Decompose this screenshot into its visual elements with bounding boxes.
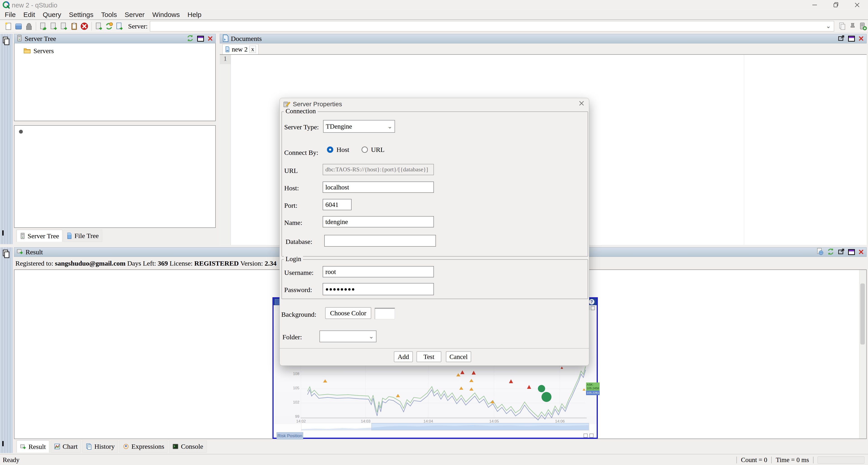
navigator-selection[interactable] — [371, 423, 589, 430]
buy-marker — [469, 388, 473, 391]
new-document-icon[interactable] — [3, 21, 13, 31]
menu-settings[interactable]: Settings — [65, 11, 97, 19]
menu-file[interactable]: File — [1, 11, 20, 19]
server-type-value: TDengine — [326, 123, 352, 130]
maximize-panel-icon[interactable] — [848, 249, 855, 255]
panel-title: Documents — [231, 35, 262, 42]
tab-history[interactable]: History — [82, 440, 118, 453]
tab-chart[interactable]: Chart — [51, 440, 81, 453]
popout-icon[interactable] — [838, 248, 845, 256]
pin-icon-disabled[interactable] — [848, 21, 858, 31]
scrollbar-thumb[interactable] — [860, 283, 865, 344]
close-panel-icon[interactable]: ✕ — [858, 35, 864, 42]
refresh-icon[interactable] — [827, 248, 835, 256]
close-panel-icon[interactable]: ✕ — [858, 248, 864, 256]
tab-server-tree[interactable]: Server Tree — [17, 230, 62, 242]
help-icon[interactable]: ? — [589, 299, 594, 305]
menu-server[interactable]: Server — [121, 11, 148, 19]
dialog-close-icon[interactable] — [578, 100, 585, 107]
sell-marker — [509, 379, 513, 383]
test-button[interactable]: Test — [416, 351, 441, 362]
close-panel-icon[interactable]: ✕ — [207, 35, 213, 42]
sell-marker — [460, 370, 464, 374]
server-selector[interactable]: ⌄ — [150, 21, 834, 31]
server-properties-dialog: Server Properties Connection Server Type… — [279, 98, 589, 366]
server-edit-icon — [283, 101, 290, 108]
cancel-button[interactable]: Cancel — [446, 351, 471, 362]
dock-pages-icon[interactable] — [2, 36, 11, 48]
maximize-panel-icon[interactable] — [848, 36, 855, 41]
add-button[interactable]: Add — [394, 351, 413, 362]
stop-query-icon[interactable] — [80, 21, 89, 31]
host-field[interactable] — [323, 182, 434, 193]
name-field[interactable] — [323, 216, 434, 227]
run-query-icon[interactable] — [38, 21, 48, 31]
risk-position-tab[interactable]: Risk Position — [277, 432, 303, 439]
connect-by-label: Connect By: — [284, 149, 318, 156]
run-line-icon[interactable] — [49, 21, 59, 31]
tab-file-tree[interactable]: File Tree — [63, 230, 102, 242]
copy-results-icon[interactable] — [837, 21, 847, 31]
dock-window-icon-2[interactable] — [2, 441, 4, 446]
server-type-select[interactable]: TDengine ⌄ — [323, 120, 395, 133]
run-selection-icon[interactable] — [59, 21, 69, 31]
editor-gutter: 1 — [220, 55, 231, 245]
refresh-icon[interactable] — [186, 34, 194, 43]
choose-color-button[interactable]: Choose Color — [325, 307, 371, 319]
open-file-icon[interactable] — [13, 21, 24, 31]
save-icon-disabled[interactable] — [24, 21, 34, 31]
background-label: Background: — [281, 311, 316, 318]
application-window: new 2 - qStudio File Edit Query Settings… — [0, 0, 868, 465]
username-field[interactable] — [323, 266, 434, 277]
buy-marker — [456, 373, 460, 376]
status-time: Time = 0 ms — [776, 456, 809, 464]
buy-marker — [490, 400, 494, 403]
tree-item-servers[interactable]: Servers — [14, 43, 215, 55]
menu-tools[interactable]: Tools — [97, 11, 121, 19]
open-in-editor-icon[interactable] — [115, 21, 124, 31]
menu-edit[interactable]: Edit — [20, 11, 39, 19]
bgwin-window-icon-2[interactable] — [589, 434, 593, 438]
add-server-icon[interactable] — [858, 21, 868, 31]
export-icon[interactable] — [816, 248, 824, 256]
tab-expressions[interactable]: Expressions — [119, 440, 167, 453]
tab-console[interactable]: Console — [169, 440, 207, 453]
bullet-dot — [19, 130, 23, 133]
chart-navigator[interactable] — [301, 423, 589, 431]
popout-icon[interactable] — [838, 35, 845, 43]
buy-marker — [583, 389, 586, 391]
status-bar: Ready Count = 0 Time = 0 ms — [0, 454, 868, 465]
tab-result[interactable]: Result — [17, 440, 49, 453]
clipboard-icon[interactable] — [69, 21, 79, 31]
dock-window-icon[interactable] — [2, 230, 4, 236]
bgwin-window-icon[interactable] — [591, 306, 595, 310]
document-tab-new2[interactable]: new 2 x — [222, 44, 258, 54]
maximize-panel-icon[interactable] — [197, 36, 204, 41]
buy-marker — [459, 386, 463, 390]
tab-label: History — [94, 443, 115, 450]
line-number: 1 — [220, 55, 230, 64]
menu-query[interactable]: Query — [39, 11, 65, 19]
result-scrollbar[interactable] — [859, 270, 866, 439]
color-swatch — [375, 308, 395, 319]
buy-marker — [323, 379, 327, 382]
document-tab-close[interactable]: x — [249, 46, 256, 53]
database-field[interactable] — [324, 235, 436, 247]
close-button[interactable] — [846, 0, 868, 10]
radio-url[interactable] — [362, 147, 368, 153]
refresh-clock-icon[interactable] — [104, 21, 114, 31]
menu-windows[interactable]: Windows — [149, 11, 184, 19]
buy-marker — [396, 394, 400, 397]
panel-title: Result — [26, 248, 43, 256]
port-field[interactable] — [323, 199, 351, 210]
send-query-icon[interactable] — [94, 21, 104, 31]
license-email: sangshuduo@gmail.com — [55, 259, 125, 267]
radio-host[interactable] — [327, 147, 333, 153]
bgwin-popout-icon-2[interactable] — [584, 434, 588, 438]
dock-pages-icon-2[interactable] — [2, 249, 11, 260]
minimize-button[interactable] — [804, 0, 825, 10]
password-field[interactable] — [323, 283, 434, 295]
maximize-button[interactable] — [825, 0, 846, 10]
menu-help[interactable]: Help — [184, 11, 205, 19]
folder-select[interactable]: ⌄ — [319, 331, 376, 342]
